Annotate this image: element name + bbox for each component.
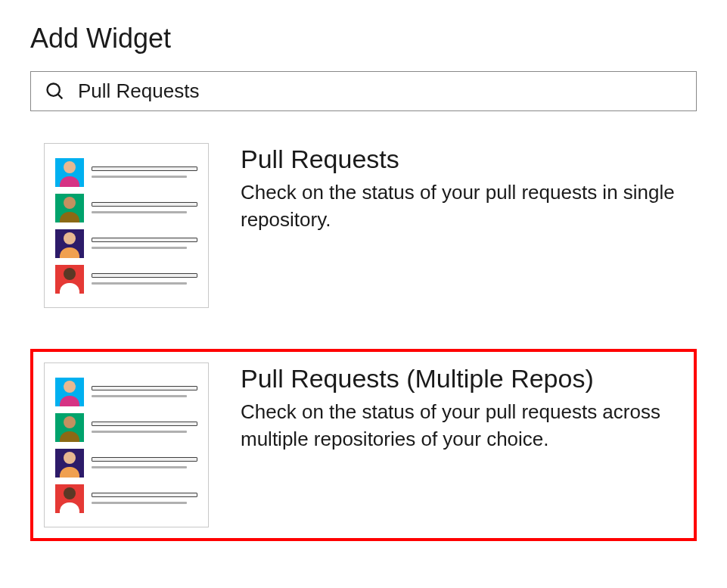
avatar-icon [55, 484, 84, 513]
thumb-row [55, 378, 197, 406]
thumb-row [55, 158, 197, 187]
widget-title: Pull Requests (Multiple Repos) [241, 364, 683, 394]
avatar-icon [55, 378, 84, 406]
widget-thumbnail [44, 143, 209, 308]
avatar-icon [55, 158, 84, 187]
page-title: Add Widget [30, 23, 697, 54]
thumb-row [55, 265, 197, 294]
widget-list: Pull Requests Check on the status of you… [30, 129, 697, 541]
widget-card-pull-requests-multiple[interactable]: Pull Requests (Multiple Repos) Check on … [30, 349, 697, 541]
thumb-row [55, 194, 197, 222]
thumb-row [55, 413, 197, 442]
svg-line-1 [58, 94, 63, 98]
thumb-row [55, 484, 197, 513]
widget-card-pull-requests[interactable]: Pull Requests Check on the status of you… [30, 129, 697, 322]
svg-point-0 [48, 83, 60, 95]
thumb-row [55, 449, 197, 478]
avatar-icon [55, 229, 84, 258]
widget-description: Check on the status of your pull request… [241, 179, 683, 234]
avatar-icon [55, 413, 84, 442]
widget-meta: Pull Requests Check on the status of you… [241, 143, 683, 234]
widget-meta: Pull Requests (Multiple Repos) Check on … [241, 362, 683, 453]
widget-thumbnail [44, 362, 209, 527]
search-container[interactable] [30, 71, 697, 111]
search-input[interactable] [78, 79, 682, 103]
avatar-icon [55, 265, 84, 294]
widget-description: Check on the status of your pull request… [241, 398, 683, 453]
avatar-icon [55, 194, 84, 222]
widget-title: Pull Requests [241, 145, 683, 174]
thumb-row [55, 229, 197, 258]
avatar-icon [55, 449, 84, 478]
search-icon [45, 81, 66, 102]
